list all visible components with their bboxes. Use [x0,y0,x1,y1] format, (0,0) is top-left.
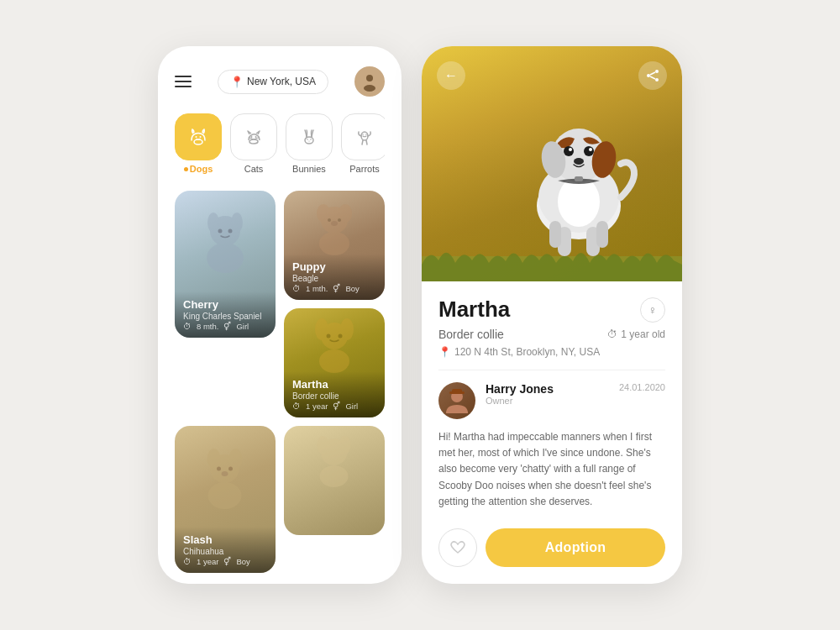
svg-point-4 [200,136,202,138]
svg-point-7 [255,136,257,138]
gender-icon: ♀ [640,297,665,323]
bunnies-label: Bunnies [292,164,326,174]
svg-point-56 [574,158,584,165]
pet-card-puppy[interactable]: Puppy Beagle ⏱ 1 mth. ⚥ Boy [284,191,385,300]
puppy-meta: ⏱ 1 mth. ⚥ Boy [292,284,376,293]
svg-point-2 [194,139,202,144]
svg-point-30 [315,318,328,340]
favorite-button[interactable] [438,528,477,567]
svg-point-14 [365,134,367,135]
parrots-icon-box [341,113,385,160]
detail-navigation: ← [437,61,667,90]
svg-point-37 [229,449,243,469]
slash-meta: ⏱ 1 year ⚥ Boy [183,557,267,566]
owner-info: Harry Jones Owner [486,382,609,406]
svg-point-52 [564,146,574,156]
category-list: Dogs [175,113,385,174]
detail-breed-row: Border collie ⏱ 1 year old [438,328,665,341]
cats-label: Cats [244,164,264,174]
detail-location-text: 120 N 4th St, Brooklyn, NY, USA [454,346,600,358]
owner-date: 24.01.2020 [619,382,665,392]
slash-breed: Chihuahua [183,547,267,556]
category-bunnies[interactable]: Bunnies [286,113,333,174]
pet-card-slash[interactable]: Slash Chihuahua ⏱ 1 year ⚥ Boy [175,426,276,573]
clock-icon: ⏱ [607,328,617,340]
detail-age: ⏱ 1 year old [607,328,665,340]
svg-point-28 [319,349,349,373]
svg-point-27 [331,221,338,226]
dogs-label: Dogs [184,164,213,174]
back-button[interactable]: ← [437,61,465,90]
detail-pet-name: Martha [438,297,510,323]
martha-list-meta: ⏱ 1 year ⚥ Girl [292,402,376,411]
dogs-icon-box [175,113,222,160]
share-button[interactable] [638,61,667,90]
action-row: Adoption [422,528,682,584]
pet-card-martha-list[interactable]: Martha Border collie ⏱ 1 year ⚥ Girl [284,308,385,417]
svg-point-53 [584,146,594,156]
location-pill[interactable]: 📍 New York, USA [218,70,328,94]
location-text: New York, USA [247,76,316,87]
slash-name: Slash [183,533,267,547]
svg-point-54 [569,148,572,151]
svg-line-65 [650,72,655,75]
slash-overlay: Slash Chihuahua ⏱ 1 year ⚥ Boy [175,527,276,573]
category-parrots[interactable]: Parrots [341,113,385,174]
detail-location: 📍 120 N 4th St, Brooklyn, NY, USA [438,346,665,358]
martha-list-name: Martha [292,378,376,391]
svg-point-36 [207,449,221,469]
owner-name: Harry Jones [486,382,609,396]
cats-icon-box [230,113,277,160]
svg-rect-60 [549,221,561,248]
martha-list-overlay: Martha Border collie ⏱ 1 year ⚥ Girl [284,371,385,417]
category-dogs[interactable]: Dogs [175,113,222,174]
svg-point-6 [251,136,253,138]
svg-point-17 [207,213,219,233]
location-pin-icon: 📍 [230,76,244,88]
svg-line-66 [650,76,655,79]
detail-title-row: Martha ♀ [438,297,665,323]
location-icon: 📍 [438,346,451,358]
puppy-overlay: Puppy Beagle ⏱ 1 mth. ⚥ Boy [284,254,385,300]
pet-card-cherry[interactable]: Cherry King Charles Spaniel ⏱ 8 mth. ⚥ G… [175,191,276,338]
svg-point-33 [339,334,343,339]
pet-card-extra[interactable] [284,426,385,535]
svg-point-41 [320,465,349,487]
svg-point-8 [305,137,313,144]
bunnies-icon-box [286,113,333,160]
cherry-overlay: Cherry King Charles Spaniel ⏱ 8 mth. ⚥ G… [175,291,276,338]
martha-list-breed: Border collie [292,391,376,401]
owner-avatar [438,382,475,419]
svg-point-21 [319,232,349,255]
svg-point-55 [589,148,592,151]
detail-hero-image: ← [422,46,682,281]
pet-description: Hi! Martha had impeccable manners when I… [438,429,665,510]
svg-point-39 [228,467,233,471]
parrots-label: Parrots [349,164,379,174]
cherry-breed: King Charles Spaniel [183,312,267,321]
svg-point-43 [318,436,329,454]
app-container: 📍 New York, USA [124,13,716,617]
puppy-breed: Beagle [292,274,376,283]
svg-rect-69 [452,389,462,393]
detail-content: Martha ♀ Border collie ⏱ 1 year old 📍 12… [422,281,682,528]
user-avatar[interactable] [354,66,385,97]
svg-point-0 [366,75,373,81]
svg-point-5 [249,139,258,144]
adoption-button[interactable]: Adoption [486,528,665,567]
detail-age-text: 1 year old [621,328,665,340]
svg-point-1 [364,85,375,92]
svg-point-15 [207,243,244,273]
category-cats[interactable]: Cats [230,113,277,174]
svg-point-44 [339,436,351,454]
detail-breed: Border collie [438,328,504,341]
menu-button[interactable] [175,76,192,87]
right-phone: ← Martha ♀ [422,46,682,584]
svg-point-9 [307,139,308,140]
phone-header: 📍 New York, USA [175,66,385,97]
owner-section: Harry Jones Owner 24.01.2020 [438,382,665,419]
svg-point-10 [310,139,312,140]
puppy-name: Puppy [292,260,376,274]
cherry-name: Cherry [183,298,267,312]
svg-point-12 [361,132,368,140]
